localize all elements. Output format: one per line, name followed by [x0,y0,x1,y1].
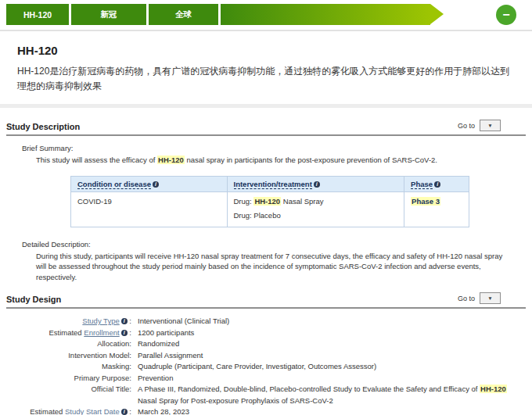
label-prefix: Estimated [49,328,84,337]
goto-label: Go to [458,122,475,130]
study-description-heading-row: Study Description Go to ▼ [6,120,526,136]
goto-dropdown-button[interactable]: ▼ [480,120,501,131]
row-label: Estimated Study Start Datei : [0,406,131,415]
col-header-intervention: Intervention/treatmenti [227,176,404,191]
section-title-study-description: Study Description [6,122,80,131]
table-row: COVID-19 Drug: HH-120 Nasal Spray Drug: … [71,191,469,227]
nav-tab-quanqiu[interactable]: 全球 [149,4,218,25]
section-divider [0,104,532,108]
goto-dropdown-button[interactable]: ▼ [480,292,501,304]
enrollment-link[interactable]: Enrollment [84,328,119,337]
info-icon[interactable]: i [121,330,128,336]
design-row-masking: Masking: Quadruple (Participant, Care Pr… [0,361,532,373]
row-value: A Phase III, Randomized, Double-blind, P… [138,384,527,406]
collapse-minus-button[interactable]: − [496,5,516,25]
detailed-description-text: During this study, participants will rec… [36,251,512,283]
brief-summary-post: nasal spray in participants for the post… [185,156,437,164]
info-icon[interactable]: i [121,409,128,415]
row-value: Randomized [138,338,179,350]
drug1-pre: Drug: [234,197,254,206]
info-icon[interactable]: i [434,181,440,188]
design-row-study-type: Study Typei : Interventional (Clinical T… [0,316,532,327]
highlight-hh120: HH-120 [480,385,507,393]
chevron-down-icon: ▼ [487,123,492,128]
row-label: Primary Purpose: [0,373,131,385]
chevron-down-icon: ▼ [487,295,492,301]
row-label: Allocation: [0,338,131,350]
intervention-cell: Drug: HH-120 Nasal Spray Drug: Placebo [227,191,404,227]
info-icon[interactable]: i [121,318,128,324]
phase-cell: Phase 3 [404,191,469,227]
row-value: Interventional (Clinical Trial) [138,316,229,327]
study-design-heading-row: Study Design Go to ▼ [6,292,526,309]
progress-arrow [221,4,430,25]
row-value: 1200 participants [138,327,194,339]
design-row-enrollment: Estimated Enrollmenti : 1200 participant… [0,327,532,339]
section-title-study-design: Study Design [6,295,61,304]
highlight-phase3: Phase 3 [411,197,440,206]
breadcrumb-stepper: HH-120 新冠 全球 [6,4,430,25]
info-icon[interactable]: i [153,181,159,188]
info-icon[interactable]: i [314,181,320,188]
row-value: March 28, 2023 [138,406,189,415]
study-start-date-link[interactable]: Study Start Date [65,407,120,415]
intervention-header-link[interactable]: Intervention/treatment [234,180,312,189]
study-design-rows: Study Typei : Interventional (Clinical T… [0,316,532,415]
design-row-official-title: Official Title: A Phase III, Randomized,… [0,384,532,406]
top-nav-bar: HH-120 新冠 全球 − [0,0,532,31]
minus-icon: − [502,8,509,21]
row-value: Quadruple (Participant, Care Provider, I… [138,361,376,373]
row-label: Official Title: [0,384,131,406]
row-label: Estimated Enrollmenti : [0,327,131,339]
brief-summary-pre: This study will assess the efficacy of [36,156,157,164]
design-row-primary-purpose: Primary Purpose: Prevention [0,373,532,385]
condition-header-link[interactable]: Condition or disease [77,180,151,189]
nav-tab-hh120[interactable]: HH-120 [6,4,69,25]
label-colon: : [128,407,131,415]
label-colon: : [128,328,131,337]
brief-summary-text: This study will assess the efficacy of H… [36,155,512,166]
page-title: HH-120 [17,44,515,57]
design-row-allocation: Allocation: Randomized [0,338,532,350]
col-header-phase: Phasei [404,176,469,191]
title-pre: A Phase III, Randomized, Double-blind, P… [138,385,480,393]
table-header-row: Condition or diseasei Intervention/treat… [71,176,469,191]
row-label: Masking: [0,361,131,373]
goto-control: Go to ▼ [458,292,501,304]
study-header: HH-120 HH-120是治疗新冠病毒的药物，具有广谱的冠状病毒抑制功能，通过… [0,31,532,104]
condition-cell: COVID-19 [71,191,228,227]
drug-line-1: Drug: HH-120 Nasal Spray [234,197,398,206]
design-row-start-date: Estimated Study Start Datei : March 28, … [0,406,532,415]
highlight-hh120: HH-120 [253,197,281,206]
row-label: Intervention Model: [0,350,131,362]
highlight-hh120: HH-120 [157,156,185,164]
drug-line-2: Drug: Placebo [234,211,398,220]
title-post: Nasal Spray for Post-exposure Prophylaxi… [138,396,333,405]
col-header-condition: Condition or diseasei [71,176,228,191]
label-prefix: Estimated [30,407,65,415]
nav-tab-xinguan[interactable]: 新冠 [71,4,146,25]
study-description-cn: HH-120是治疗新冠病毒的药物，具有广谱的冠状病毒抑制功能，通过独特的雾化吸入… [17,64,515,94]
row-label: Study Typei : [0,316,131,327]
drug1-post: Nasal Spray [281,197,323,206]
phase-header-link[interactable]: Phase [411,180,433,189]
row-value: Parallel Assignment [138,350,203,362]
goto-control: Go to ▼ [458,120,501,131]
goto-label: Go to [458,295,475,302]
design-row-intervention-model: Intervention Model: Parallel Assignment [0,350,532,362]
study-type-link[interactable]: Study Type [82,317,119,325]
row-value: Prevention [138,373,173,385]
detailed-description-label: Detailed Description: [22,240,532,249]
label-colon: : [128,317,131,325]
brief-summary-label: Brief Summary: [22,144,532,152]
condition-intervention-table: Condition or diseasei Intervention/treat… [70,176,469,227]
